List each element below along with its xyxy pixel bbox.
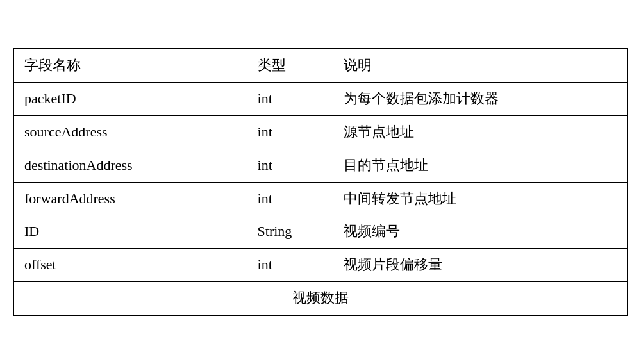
cell-field-name: sourceAddress [13,115,247,149]
data-table: 字段名称 类型 说明 packetIDint为每个数据包添加计数器sourceA… [13,48,628,315]
table-row: IDString视频编号 [13,215,628,249]
footer-label: 视频数据 [13,281,628,315]
cell-field-name: ID [13,215,247,249]
cell-field-type: int [247,149,333,182]
cell-field-type: int [247,115,333,149]
table-row: destinationAddressint目的节点地址 [13,149,628,182]
table-row: offsetint视频片段偏移量 [13,249,628,282]
cell-field-type: int [247,182,333,215]
header-type: 类型 [247,49,333,82]
cell-field-desc: 视频编号 [333,215,628,249]
cell-field-desc: 为每个数据包添加计数器 [333,83,628,116]
cell-field-desc: 视频片段偏移量 [333,249,628,282]
header-name: 字段名称 [13,49,247,82]
cell-field-name: offset [13,249,247,282]
cell-field-name: forwardAddress [13,182,247,215]
footer-row: 视频数据 [13,281,628,315]
cell-field-desc: 目的节点地址 [333,149,628,182]
table-row: packetIDint为每个数据包添加计数器 [13,83,628,116]
cell-field-name: packetID [13,83,247,116]
table-row: sourceAddressint源节点地址 [13,115,628,149]
header-desc: 说明 [333,49,628,82]
cell-field-type: int [247,83,333,116]
table-container: 字段名称 类型 说明 packetIDint为每个数据包添加计数器sourceA… [13,48,628,315]
table-row: forwardAddressint中间转发节点地址 [13,182,628,215]
cell-field-desc: 源节点地址 [333,115,628,149]
cell-field-type: int [247,249,333,282]
cell-field-desc: 中间转发节点地址 [333,182,628,215]
header-row: 字段名称 类型 说明 [13,49,628,82]
cell-field-type: String [247,215,333,249]
cell-field-name: destinationAddress [13,149,247,182]
